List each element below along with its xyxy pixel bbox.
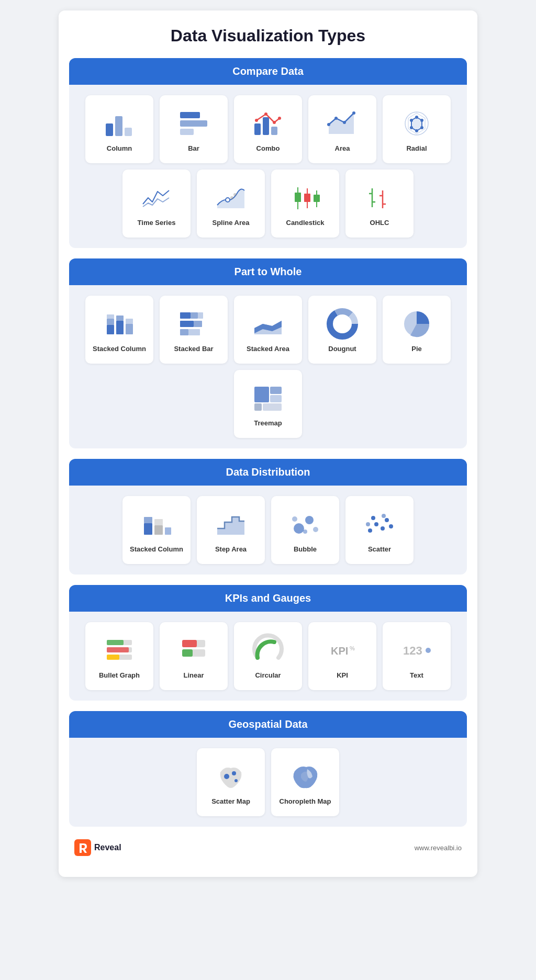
svg-rect-52 <box>180 321 194 327</box>
chart-card-column[interactable]: Column <box>85 95 153 163</box>
stacked-column-dd-icon <box>140 508 173 541</box>
chart-card-radial[interactable]: Radial <box>383 95 451 163</box>
svg-point-103 <box>232 771 236 775</box>
svg-point-84 <box>385 518 389 522</box>
radial-icon <box>400 107 433 140</box>
chart-card-scatter[interactable]: Scatter <box>345 496 414 564</box>
svg-rect-97 <box>182 649 193 657</box>
svg-rect-5 <box>180 129 194 135</box>
svg-rect-71 <box>154 525 163 535</box>
brand-name: Reveal <box>94 843 121 852</box>
chart-card-time-series[interactable]: Time Series <box>122 170 191 238</box>
svg-point-11 <box>273 121 276 124</box>
footer-url: www.revealbi.io <box>415 844 462 852</box>
chart-card-stacked-area-ptw[interactable]: Stacked Area <box>234 296 302 364</box>
svg-point-101 <box>426 648 431 653</box>
column-label: Column <box>107 144 132 152</box>
svg-rect-93 <box>107 655 119 660</box>
svg-point-83 <box>381 526 385 531</box>
circular-label: Circular <box>255 671 281 679</box>
bullet-graph-label: Bullet Graph <box>99 671 140 679</box>
chart-card-kpi[interactable]: KPI % KPI <box>308 622 376 690</box>
section-header-geospatial: Geospatial Data <box>69 711 467 738</box>
svg-point-77 <box>313 527 318 532</box>
time-series-icon <box>140 181 173 215</box>
stacked-column-dd-label: Stacked Column <box>130 545 183 553</box>
chart-card-bubble[interactable]: Bubble <box>271 496 339 564</box>
svg-point-75 <box>294 523 304 534</box>
combo-label: Combo <box>256 144 280 152</box>
chart-card-stacked-column-dd[interactable]: Stacked Column <box>122 496 191 564</box>
svg-point-23 <box>420 126 423 129</box>
svg-rect-0 <box>106 123 113 136</box>
page-title: Data Visualization Types <box>69 26 467 46</box>
chart-card-bar[interactable]: Bar <box>160 95 228 163</box>
chart-card-stacked-bar-ptw[interactable]: Stacked Bar <box>160 296 228 364</box>
svg-rect-95 <box>182 640 197 647</box>
chart-card-bullet-graph[interactable]: Bullet Graph <box>85 622 153 690</box>
stacked-column-ptw-icon <box>103 307 136 341</box>
svg-point-9 <box>255 119 258 122</box>
svg-point-80 <box>368 528 372 533</box>
chart-card-treemap[interactable]: Treemap <box>234 370 302 438</box>
stacked-area-ptw-icon <box>251 307 285 341</box>
svg-rect-7 <box>263 117 269 135</box>
svg-point-87 <box>366 522 370 526</box>
page-wrapper: Data Visualization Types Compare Data Co… <box>59 10 477 877</box>
chart-card-candlestick[interactable]: Candlestick <box>271 170 339 238</box>
linear-label: Linear <box>183 671 204 679</box>
svg-point-76 <box>305 516 314 524</box>
chart-card-area[interactable]: Area <box>308 95 376 163</box>
chart-card-stacked-column-ptw[interactable]: Stacked Column <box>85 296 153 364</box>
text-kpi-label: Text <box>410 671 423 679</box>
chart-card-step-area[interactable]: Step Area <box>197 496 265 564</box>
scatter-map-icon <box>214 760 248 793</box>
chart-card-pie[interactable]: Pie <box>383 296 451 364</box>
svg-rect-43 <box>107 319 114 325</box>
scatter-label: Scatter <box>368 545 391 553</box>
svg-rect-67 <box>254 403 262 411</box>
ohlc-label: OHLC <box>370 219 389 227</box>
chart-grid-kpis: Bullet Graph Linear <box>77 622 459 690</box>
svg-rect-47 <box>126 324 133 334</box>
chart-card-spline-area[interactable]: Spline Area <box>197 170 265 238</box>
svg-rect-53 <box>194 321 202 327</box>
svg-text:123: 123 <box>403 644 422 657</box>
pie-label: Pie <box>411 345 422 353</box>
dougnut-icon <box>326 307 359 341</box>
chart-grid-data-distribution: Stacked Column Step Area <box>77 496 459 564</box>
bubble-icon <box>288 508 322 541</box>
chart-card-text-kpi[interactable]: 123 Text <box>383 622 451 690</box>
svg-rect-45 <box>116 321 124 334</box>
bubble-label: Bubble <box>294 545 317 553</box>
svg-rect-3 <box>180 112 200 118</box>
svg-rect-31 <box>295 193 301 202</box>
circular-icon <box>251 634 285 667</box>
chart-card-ohlc[interactable]: OHLC <box>345 170 414 238</box>
spline-area-label: Spline Area <box>212 219 249 227</box>
svg-point-10 <box>264 112 267 116</box>
svg-point-81 <box>374 522 378 526</box>
treemap-icon <box>251 381 285 415</box>
svg-rect-91 <box>107 647 129 652</box>
svg-rect-51 <box>198 312 203 319</box>
treemap-label: Treemap <box>254 419 282 427</box>
chart-card-choropleth-map[interactable]: Choropleth Map <box>271 748 339 816</box>
chart-card-combo[interactable]: Combo <box>234 95 302 163</box>
svg-point-79 <box>303 530 307 534</box>
svg-point-15 <box>334 117 338 120</box>
svg-rect-1 <box>115 116 122 136</box>
area-icon <box>326 107 359 140</box>
combo-icon <box>251 107 285 140</box>
chart-card-linear[interactable]: Linear <box>160 622 228 690</box>
svg-rect-64 <box>254 387 269 402</box>
reveal-logo-icon <box>74 839 91 856</box>
section-part-to-whole: Part to Whole S <box>69 258 467 448</box>
chart-card-scatter-map[interactable]: Scatter Map <box>197 748 265 816</box>
svg-point-24 <box>415 129 418 132</box>
svg-point-29 <box>233 193 237 196</box>
chart-card-dougnut[interactable]: Dougnut <box>308 296 376 364</box>
chart-card-circular[interactable]: Circular <box>234 622 302 690</box>
svg-text:%: % <box>350 645 355 651</box>
svg-point-82 <box>371 516 375 520</box>
